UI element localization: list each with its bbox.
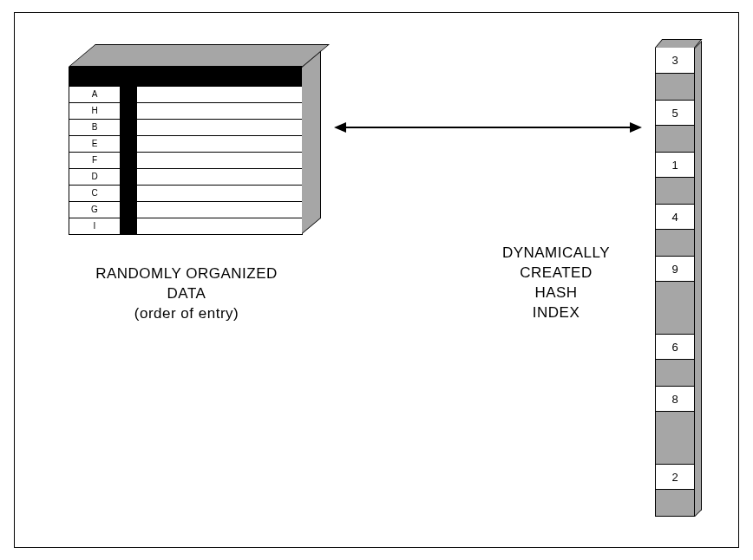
hash-slot-empty [656, 74, 694, 100]
right-caption-line1: DYNAMICALLY [478, 244, 634, 264]
data-row-separator [120, 218, 137, 234]
data-row: C [69, 185, 302, 201]
data-row-value [137, 186, 302, 201]
data-table-side-face [302, 51, 321, 234]
data-row-key: E [69, 136, 120, 152]
data-row-value [137, 169, 302, 185]
data-row-value [137, 153, 302, 168]
data-row: A [69, 86, 302, 102]
hash-slot-empty [656, 490, 694, 516]
hash-slot-filled: 2 [656, 464, 694, 490]
data-row-value [137, 202, 302, 218]
left-caption-line2: DATA [48, 284, 325, 304]
hash-slot-empty [656, 308, 694, 334]
data-row-separator [120, 103, 137, 119]
data-row-key: A [69, 87, 120, 102]
hash-slot-filled: 4 [656, 204, 694, 230]
data-row-value [137, 87, 302, 102]
hash-slot-filled: 5 [656, 100, 694, 126]
data-row-separator [120, 169, 137, 185]
hash-slot-empty [656, 126, 694, 152]
left-caption-line1: RANDOMLY ORGANIZED [48, 264, 325, 284]
data-row-key: D [69, 169, 120, 185]
hash-slot-empty [656, 282, 694, 308]
data-row: I [69, 218, 302, 234]
right-caption-line3: HASH [478, 283, 634, 303]
data-row-separator [120, 87, 137, 102]
left-caption: RANDOMLY ORGANIZED DATA (order of entry) [48, 264, 325, 324]
data-row: E [69, 135, 302, 152]
right-caption-line4: INDEX [478, 303, 634, 323]
hash-slot-filled: 6 [656, 334, 694, 360]
data-row-key: H [69, 103, 120, 119]
hash-slot-empty [656, 360, 694, 386]
hash-column-side-face [695, 41, 702, 517]
diagram-frame: AHBEFDCGI RANDOMLY ORGANIZED DATA (order… [14, 12, 739, 548]
data-row-value [137, 218, 302, 234]
data-row-key: G [69, 202, 120, 218]
hash-slot-empty [656, 438, 694, 464]
data-row-separator [120, 136, 137, 152]
data-row-separator [120, 202, 137, 218]
hash-slot-empty [656, 412, 694, 438]
data-table-top-face [69, 44, 330, 67]
data-row-value [137, 120, 302, 135]
data-table-front: AHBEFDCGI [69, 67, 303, 235]
hash-index-column: 35149682 [655, 48, 695, 517]
hash-slot-filled: 1 [656, 152, 694, 178]
data-row: H [69, 102, 302, 119]
svg-marker-2 [630, 122, 642, 133]
data-row: F [69, 152, 302, 168]
data-row-separator [120, 153, 137, 168]
data-row: B [69, 119, 302, 135]
left-caption-line3: (order of entry) [48, 304, 325, 324]
data-row: G [69, 201, 302, 218]
data-row-key: F [69, 153, 120, 168]
data-row-value [137, 136, 302, 152]
data-row-separator [120, 120, 137, 135]
hash-slot-filled: 9 [656, 256, 694, 282]
double-arrow-icon [334, 120, 642, 134]
data-row: D [69, 168, 302, 185]
right-caption-line2: CREATED [478, 264, 634, 283]
svg-marker-1 [334, 122, 346, 133]
data-row-key: C [69, 186, 120, 201]
data-table-header-bar [69, 67, 302, 86]
data-row-key: I [69, 218, 120, 234]
hash-slot-filled: 3 [656, 48, 694, 74]
hash-slot-empty [656, 230, 694, 256]
data-row-key: B [69, 120, 120, 135]
data-row-value [137, 103, 302, 119]
hash-slot-filled: 8 [656, 386, 694, 412]
data-row-separator [120, 186, 137, 201]
hash-slot-empty [656, 178, 694, 204]
right-caption: DYNAMICALLY CREATED HASH INDEX [478, 244, 634, 323]
data-table: AHBEFDCGI [69, 44, 303, 235]
